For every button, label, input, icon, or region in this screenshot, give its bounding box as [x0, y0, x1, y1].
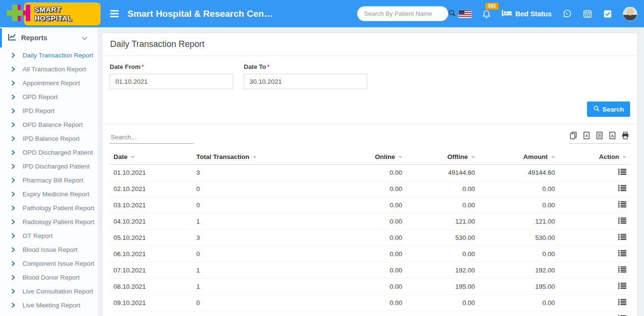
cell-online: 0.00 — [311, 230, 406, 246]
sidebar-item-label: Blood Issue Report — [23, 246, 78, 253]
chevron-right-icon — [11, 275, 15, 280]
user-avatar[interactable] — [623, 7, 637, 21]
cell-date: 01.10.2021 — [110, 165, 192, 181]
calendar-icon[interactable] — [583, 9, 592, 19]
whatsapp-icon[interactable] — [562, 9, 572, 19]
sidebar-item[interactable]: Pathology Patient Report — [0, 201, 98, 215]
pdf-icon[interactable]: A — [609, 132, 616, 139]
row-action-list-icon[interactable] — [618, 235, 626, 242]
sidebar-items-list: Daily Transaction ReportAll Transaction … — [0, 48, 98, 312]
cell-total: 0 — [192, 295, 311, 311]
date-to-label: Date To* — [244, 63, 367, 70]
row-action-list-icon[interactable] — [618, 283, 626, 291]
sidebar-item[interactable]: Live Meeting Report — [0, 298, 98, 312]
chevron-right-icon — [11, 247, 15, 252]
logo-text: SMART HOSPITAL — [34, 5, 72, 22]
active-section-indicator — [0, 28, 2, 47]
sidebar-item-label: OPD Discharged Patient — [23, 149, 93, 156]
column-header[interactable]: Offline — [406, 149, 479, 165]
app-logo[interactable]: SMART HOSPITAL — [7, 2, 101, 25]
sidebar-item[interactable]: Radiology Patient Report — [0, 215, 98, 229]
sidebar-item[interactable]: IPD Balance Report — [0, 132, 98, 146]
svg-text:x: x — [586, 133, 588, 138]
sidebar-item[interactable]: Blood Donor Report — [0, 271, 98, 284]
row-action-list-icon[interactable] — [618, 267, 626, 274]
cell-amount: 0.00 — [479, 311, 559, 316]
print-icon[interactable] — [621, 132, 629, 139]
us-flag-icon[interactable] — [459, 10, 471, 18]
table-row: 05.10.202130.00530.00530.00 — [110, 230, 630, 246]
cell-offline: 0.00 — [406, 181, 479, 197]
table-row: 06.10.202100.000.000.00 — [110, 246, 630, 262]
excel-icon[interactable]: x — [583, 132, 590, 139]
sidebar-item[interactable]: IPD Discharged Patient — [0, 159, 98, 173]
sidebar-item[interactable]: Appointment Report — [0, 76, 98, 90]
cell-online: 0.00 — [311, 197, 406, 214]
sidebar-item[interactable]: IPD Report — [0, 104, 98, 118]
svg-text:A: A — [611, 134, 614, 138]
chevron-right-icon — [11, 233, 15, 238]
cell-total: 3 — [192, 165, 311, 181]
sort-caret-icon — [131, 156, 135, 158]
sort-caret-icon — [471, 156, 475, 158]
notifications-bell[interactable]: 591 — [482, 7, 491, 21]
row-action-list-icon[interactable] — [618, 218, 626, 226]
cell-total: 1 — [192, 262, 311, 279]
cell-online: 0.00 — [311, 262, 406, 279]
cell-offline: 0.00 — [406, 197, 479, 214]
sidebar-item-label: Appointment Report — [23, 79, 80, 87]
cell-offline: 195.00 — [406, 279, 479, 295]
sidebar-item[interactable]: Live Consultation Report — [0, 284, 98, 298]
column-header[interactable]: Amount — [479, 149, 559, 165]
task-check-icon[interactable] — [603, 9, 612, 19]
hospital-plus-icon — [7, 4, 31, 24]
table-filter-input[interactable] — [110, 132, 194, 144]
hamburger-icon[interactable] — [108, 8, 121, 19]
sidebar-item[interactable]: OT Report — [0, 229, 98, 243]
cell-total: 3 — [192, 230, 311, 246]
cell-online: 0.00 — [311, 246, 406, 262]
app-title: Smart Hospital & Research Cen… — [127, 9, 273, 19]
row-action-list-icon[interactable] — [618, 202, 626, 209]
sidebar-item[interactable]: OPD Discharged Patient — [0, 146, 98, 159]
cell-offline: 121.00 — [406, 214, 479, 230]
column-header[interactable]: Action — [559, 149, 630, 165]
sidebar-item[interactable]: All Transaction Report — [0, 62, 98, 76]
search-icon[interactable] — [448, 9, 456, 19]
column-header[interactable]: Total Transaction — [192, 149, 311, 165]
cell-date: 03.10.2021 — [110, 197, 192, 214]
sidebar-item[interactable]: Component Issue Report — [0, 257, 98, 271]
sidebar-item[interactable]: Blood Issue Report — [0, 243, 98, 257]
cell-online: 0.00 — [311, 311, 406, 316]
cell-offline: 0.00 — [406, 311, 479, 316]
sidebar-item[interactable]: Pharmacy Bill Report — [0, 173, 98, 187]
row-action-list-icon[interactable] — [618, 251, 626, 258]
sidebar-section-reports[interactable]: Reports — [0, 27, 98, 48]
row-action-list-icon[interactable] — [618, 169, 626, 177]
date-to-input[interactable] — [244, 74, 367, 89]
sidebar-item[interactable]: OPD Report — [0, 90, 98, 104]
chevron-down-icon — [82, 34, 87, 42]
cell-action — [559, 246, 630, 262]
sidebar-item[interactable]: OPD Balance Report — [0, 118, 98, 132]
sidebar-item[interactable]: Expiry Medicine Report — [0, 187, 98, 201]
row-action-list-icon[interactable] — [618, 186, 626, 193]
table-row: 08.10.202110.00195.00195.00 — [110, 279, 630, 295]
column-header[interactable]: Date — [110, 149, 192, 165]
sidebar-item-label: Expiry Medicine Report — [23, 191, 90, 198]
date-from-input[interactable] — [110, 74, 233, 89]
column-header[interactable]: Online — [311, 149, 406, 165]
bed-status-button[interactable]: Bed Status — [502, 9, 552, 18]
cell-date: 06.10.2021 — [110, 246, 192, 262]
sidebar-item[interactable]: Daily Transaction Report — [0, 48, 98, 62]
cell-amount: 0.00 — [479, 181, 559, 197]
csv-icon[interactable] — [596, 132, 603, 139]
logo-pill: SMART HOSPITAL — [24, 2, 101, 25]
search-button[interactable]: Search — [587, 102, 630, 117]
sidebar-item-label: All Transaction Report — [23, 66, 86, 73]
copy-icon[interactable] — [570, 132, 577, 139]
row-action-list-icon[interactable] — [618, 300, 626, 307]
patient-search-input[interactable] — [364, 10, 448, 17]
cell-amount: 0.00 — [479, 246, 559, 262]
patient-search-box[interactable] — [357, 6, 448, 21]
